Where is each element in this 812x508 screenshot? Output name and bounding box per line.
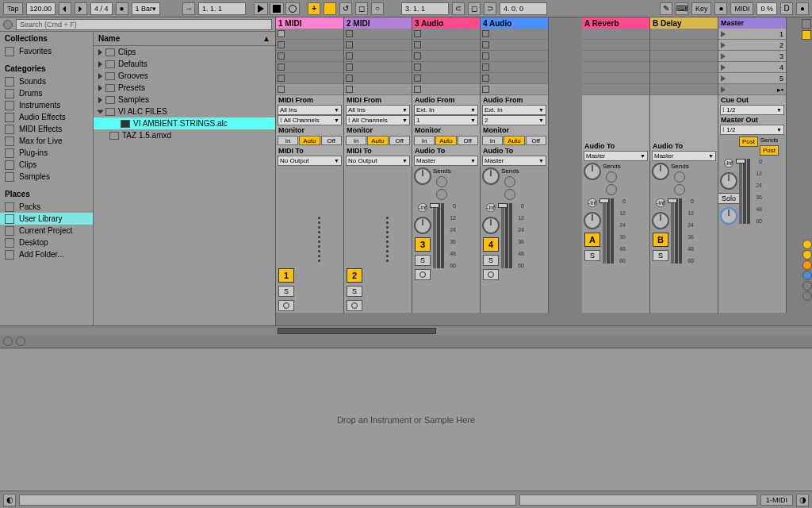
cat-instruments[interactable]: Instruments: [0, 99, 93, 111]
monitor-in[interactable]: In: [414, 136, 435, 145]
solo-button[interactable]: S: [278, 286, 294, 297]
pan-knob[interactable]: [414, 167, 431, 185]
peak-level[interactable]: -Inf: [418, 203, 427, 212]
monitor-off[interactable]: Off: [526, 136, 546, 145]
crossfader-knob[interactable]: [720, 207, 737, 225]
pan-knob[interactable]: [482, 167, 500, 185]
cat-midi-fx[interactable]: MIDI Effects: [0, 123, 93, 135]
cat-clips[interactable]: Clips: [0, 159, 93, 171]
input-channel-select[interactable]: 1▼: [414, 115, 478, 125]
draw-mode-icon[interactable]: ✎: [660, 2, 672, 15]
edge-toggle-io[interactable]: [802, 30, 811, 40]
output-select[interactable]: Master▼: [414, 156, 478, 166]
nudge-up-icon[interactable]: ⏵: [75, 2, 87, 15]
edge-toggle-1[interactable]: [802, 19, 811, 29]
scene-launch-3[interactable]: 3: [718, 51, 786, 62]
place-packs[interactable]: Packs: [0, 201, 93, 213]
device-drop-area[interactable]: Drop an Instrument or Sample Here: [0, 348, 812, 491]
record-button[interactable]: [285, 2, 300, 15]
clip-slot[interactable]: [481, 73, 548, 84]
play-button[interactable]: [254, 2, 268, 15]
clip-stop-all[interactable]: [412, 84, 480, 95]
right-btn-5[interactable]: [802, 281, 812, 291]
place-current-project[interactable]: Current Project: [0, 225, 93, 237]
loop-start-field[interactable]: 3. 1. 1: [401, 2, 449, 15]
file-taz[interactable]: TAZ 1.5.amxd: [94, 129, 275, 141]
midi-map-button[interactable]: MIDI: [730, 2, 753, 15]
solo-button[interactable]: S: [347, 286, 362, 297]
track-activator[interactable]: 4: [483, 237, 499, 252]
send-a-knob[interactable]: [606, 171, 617, 183]
volume-slider[interactable]: [603, 198, 606, 264]
clip-slot[interactable]: [412, 62, 480, 73]
monitor-off[interactable]: Off: [458, 136, 478, 145]
send-b-knob[interactable]: [606, 184, 617, 195]
clip-slot[interactable]: [412, 73, 480, 84]
output-select[interactable]: Master▼: [482, 156, 546, 166]
pan-knob[interactable]: [414, 217, 431, 234]
output-select[interactable]: No Output▼: [278, 156, 342, 166]
clip-slot[interactable]: [412, 40, 480, 51]
pan-knob[interactable]: [482, 217, 500, 234]
track-activator[interactable]: 3: [415, 237, 431, 252]
clip-slot[interactable]: [344, 62, 412, 73]
tap-button[interactable]: Tap: [3, 2, 23, 15]
send-a-knob[interactable]: [436, 176, 447, 187]
follow-icon[interactable]: →: [182, 2, 195, 15]
keyboard-icon[interactable]: ⌨: [676, 2, 688, 15]
tree-presets[interactable]: Presets: [94, 82, 275, 94]
clip-slot[interactable]: [481, 40, 548, 51]
send-b-knob[interactable]: [674, 184, 685, 195]
solo-button[interactable]: S: [483, 255, 499, 266]
peak-level[interactable]: -Inf: [724, 159, 733, 167]
help-view-icon[interactable]: ◐: [3, 494, 16, 506]
track-header[interactable]: 3 Audio: [412, 17, 480, 29]
input-type-select[interactable]: Ext. In▼: [482, 105, 546, 115]
cat-max[interactable]: Max for Live: [0, 135, 93, 147]
send-b-knob[interactable]: [504, 189, 515, 200]
volume-slider[interactable]: [433, 203, 436, 268]
track-activator[interactable]: A: [584, 233, 600, 247]
headphone-icon[interactable]: [16, 337, 25, 346]
scene-launch-4[interactable]: 4: [718, 62, 786, 73]
volume-slider[interactable]: [671, 198, 674, 264]
session-rec-icon[interactable]: ○: [371, 2, 384, 15]
automation-arm-button[interactable]: [324, 2, 336, 15]
search-input[interactable]: Search (Cmd + F): [16, 19, 272, 30]
clip-slot[interactable]: [276, 73, 343, 84]
input-channel-select[interactable]: ⁞ All Channels▼: [346, 115, 410, 125]
favorites-item[interactable]: Favorites: [0, 45, 93, 57]
punch-out-icon[interactable]: ⊃: [484, 2, 496, 15]
cat-drums[interactable]: Drums: [0, 87, 93, 99]
monitor-auto[interactable]: Auto: [504, 136, 524, 145]
name-column-header[interactable]: Name▲: [94, 32, 275, 46]
input-channel-select[interactable]: 2▼: [482, 115, 546, 125]
capture-icon[interactable]: ◻: [355, 2, 368, 15]
punch-in-icon[interactable]: ⊂: [452, 2, 465, 15]
reenable-automation-icon[interactable]: ↺: [339, 2, 352, 15]
clip-slot[interactable]: [481, 62, 548, 73]
clip-slot[interactable]: [481, 29, 548, 40]
stop-all-clips[interactable]: ▸▪: [718, 84, 786, 95]
metronome-icon[interactable]: ●: [116, 2, 128, 15]
nudge-down-icon[interactable]: ⏴: [59, 2, 71, 15]
solo-button[interactable]: S: [584, 250, 600, 261]
track-activator[interactable]: 2: [347, 268, 362, 283]
clip-slot[interactable]: [412, 51, 480, 62]
tree-samples[interactable]: Samples: [94, 94, 275, 106]
monitor-in[interactable]: In: [482, 136, 503, 145]
clip-slot[interactable]: [344, 29, 412, 40]
clip-stop-all[interactable]: [344, 84, 412, 95]
clip-stop-all[interactable]: [481, 84, 548, 95]
tree-clips[interactable]: Clips: [94, 46, 275, 58]
horizontal-scrollbar[interactable]: [0, 325, 812, 335]
clip-slot[interactable]: [481, 51, 548, 62]
cue-out-select[interactable]: ⁞ 1/2▼: [720, 105, 784, 115]
post-button-a[interactable]: Post: [739, 137, 758, 147]
monitor-in[interactable]: In: [346, 136, 366, 145]
right-btn-3[interactable]: [802, 260, 812, 270]
scene-launch-1[interactable]: 1: [718, 29, 786, 40]
tree-vi-alc[interactable]: VI ALC FILES: [94, 106, 275, 117]
clip-slot[interactable]: [276, 62, 343, 73]
overdub-button[interactable]: +: [308, 2, 320, 15]
